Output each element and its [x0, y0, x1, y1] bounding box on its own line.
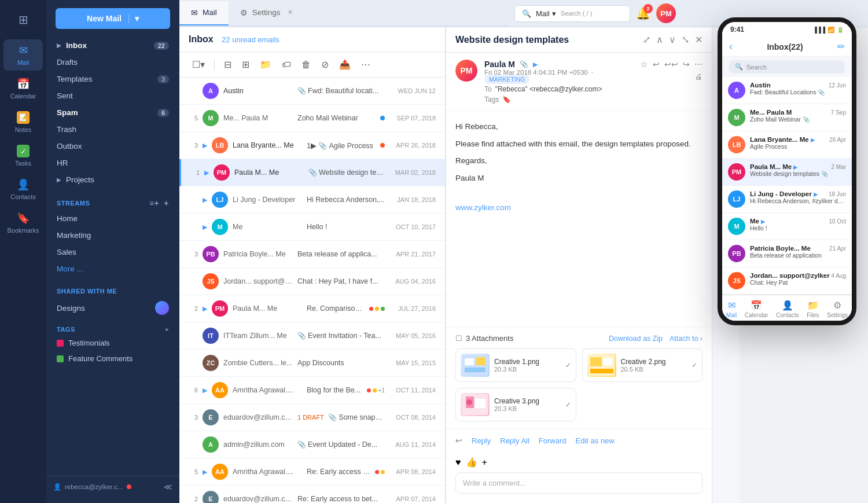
email-row[interactable]: 2 E eduardov@zillum.c... Re: Early acces… — [179, 486, 445, 503]
mobile-compose-icon[interactable]: ✏ — [837, 41, 845, 52]
attach-to-link[interactable]: Attach to › — [670, 335, 703, 343]
search-bar[interactable]: 🔍 Mail ▾ Search ( / ) — [514, 5, 630, 22]
tab-settings-close-icon[interactable]: ✕ — [288, 9, 293, 16]
checkbox-attach-icon[interactable]: ☐ — [455, 334, 462, 343]
move-icon[interactable]: 📤 — [336, 57, 354, 72]
comment-input[interactable]: Write a comment... — [455, 472, 703, 494]
reply-all-button[interactable]: Reply All — [500, 436, 529, 445]
sidebar-item-sent[interactable]: Sent — [51, 87, 175, 104]
email-row[interactable]: 6 ▶ AA Amritha Agrawal.... Blog for the … — [179, 377, 445, 404]
more-actions-icon[interactable]: ⋯ — [694, 60, 703, 69]
sidebar-item-calendar[interactable]: 📅 Calendar — [3, 73, 43, 104]
mobile-email-row[interactable]: LJ Li Jung - Developer ▶ 18 Jun Hi Rebec… — [722, 186, 852, 213]
tags-add-icon[interactable]: + — [165, 326, 169, 333]
sidebar-item-trash[interactable]: Trash — [51, 121, 175, 138]
mobile-email-row[interactable]: A Austin 12 Jun Fwd: Beautiful Locations… — [722, 77, 852, 104]
thumbsup-emoji[interactable]: 👍 — [466, 457, 477, 468]
sidebar-item-contacts[interactable]: 👤 Contacts — [3, 174, 43, 205]
email-row[interactable]: 3 E eduardov@zillum.c... 1 DRAFT 📎Some s… — [179, 404, 445, 431]
mobile-email-row[interactable]: PB Patricia Boyle... Me 21 Apr Beta rele… — [722, 240, 852, 267]
next-email-icon[interactable]: ∨ — [669, 34, 676, 45]
mobile-back-icon[interactable]: ‹ — [729, 41, 733, 53]
tag-icon[interactable]: 🏷 — [278, 57, 295, 72]
mobile-nav-calendar[interactable]: 📅 Calendar — [745, 300, 768, 318]
sidebar-item-notes[interactable]: 📝 Notes — [3, 107, 43, 138]
heart-emoji[interactable]: ♥ — [455, 457, 461, 468]
notification-bell[interactable]: 🔔 2 — [636, 6, 650, 20]
block-icon[interactable]: ⊘ — [318, 57, 332, 72]
mobile-email-row[interactable]: M Me... Paula M 7 Sep Zoho Mail Webinar … — [722, 104, 852, 131]
sidebar-item-outbox[interactable]: Outbox — [51, 138, 175, 155]
sidebar-item-projects[interactable]: ▶ Projects — [51, 171, 175, 188]
tab-settings[interactable]: ⚙ Settings ✕ — [229, 1, 304, 25]
prev-email-icon[interactable]: ∧ — [656, 34, 663, 45]
sort-icon[interactable]: ⊞ — [238, 57, 253, 72]
mobile-email-row[interactable]: JS Jordan... support@zylker 4 Aug Chat: … — [722, 267, 852, 295]
sidebar-item-hr[interactable]: HR — [51, 155, 175, 171]
email-row[interactable]: A Austin 📎Fwd: Beautiful locati... WED J… — [179, 78, 445, 105]
email-body-link[interactable]: www.zylker.com — [455, 203, 511, 212]
email-row[interactable]: ▶ M Me Hello ! OCT 10, 2017 — [179, 214, 445, 241]
sidebar-item-mail[interactable]: ✉ Mail — [3, 39, 43, 71]
sidebar-item-tasks[interactable]: ✓ Tasks — [3, 140, 43, 171]
streams-plus-icon[interactable]: + — [164, 199, 169, 208]
reply-icon[interactable]: ↩ — [653, 60, 660, 69]
download-zip-link[interactable]: Download as Zip — [609, 335, 663, 343]
checkbox-icon[interactable]: ☐▾ — [189, 57, 208, 72]
new-mail-button[interactable]: New Mail ▾ — [56, 8, 170, 29]
attachment-item[interactable]: Creative 3.png 20.3 KB ✓ — [455, 388, 576, 421]
streams-add-icon[interactable]: ≡+ — [149, 199, 159, 208]
maximize-icon[interactable]: ⤡ — [682, 34, 689, 45]
tag-item-testimonials[interactable]: Testimonials — [51, 335, 175, 351]
email-row[interactable]: 3 ▶ LB Lana Bryante... Me 1▶ 📎Agile Proc… — [179, 132, 445, 159]
sidebar-item-home[interactable]: Home — [51, 210, 175, 227]
sidebar-item-bookmarks[interactable]: 🔖 Bookmarks — [3, 207, 43, 238]
sidebar-item-drafts[interactable]: Drafts — [51, 54, 175, 71]
email-row[interactable]: ZC Zombie Cutters... le... App Discounts… — [179, 350, 445, 377]
forward-button[interactable]: Forward — [539, 436, 567, 445]
mobile-email-row[interactable]: PM Paula M... Me ▶ 2 Mar Website design … — [722, 159, 852, 186]
attachment-item[interactable]: Creative 1.png 20.3 KB ✓ — [455, 348, 576, 382]
sidebar-item-sales[interactable]: Sales — [51, 244, 175, 260]
sidebar-item-inbox[interactable]: ▶ Inbox 22 — [51, 37, 175, 54]
user-avatar[interactable]: PM — [656, 3, 676, 23]
reply-all-icon[interactable]: ↩↩ — [664, 60, 678, 69]
print-icon[interactable]: 🖨 — [695, 72, 703, 81]
email-row[interactable]: IT ITTeam Zillum... Me 📎Event Invitation… — [179, 322, 445, 350]
star-icon[interactable]: ☆ — [641, 60, 648, 69]
mobile-nav-files[interactable]: 📁 Files — [807, 300, 819, 318]
reply-button[interactable]: Reply — [472, 436, 491, 445]
email-row[interactable]: 2 ▶ PM Paula M... Me Re. Comparison ... … — [179, 295, 445, 322]
email-row[interactable]: 5 ▶ AA Amritha Agrawal.... Re: Early acc… — [179, 458, 445, 486]
add-emoji-icon[interactable]: + — [482, 457, 487, 468]
mobile-nav-contacts[interactable]: 👤 Contacts — [776, 300, 799, 318]
sidebar-item-templates[interactable]: Templates 3 — [51, 71, 175, 87]
grid-icon[interactable]: ⊞ — [13, 7, 34, 32]
email-row[interactable]: 5 M Me... Paula M Zoho Mail Webinar SEP … — [179, 105, 445, 132]
email-row[interactable]: 3 PB Patricia Boyle... Me Beta release o… — [179, 241, 445, 268]
folder-icon[interactable]: 📁 — [256, 57, 275, 72]
delete-icon[interactable]: 🗑 — [298, 57, 314, 72]
expand-icon[interactable]: ⤢ — [643, 34, 650, 45]
email-row[interactable]: 1 ▶ PM Paula M... Me 📎Website design tem… — [179, 159, 445, 186]
mobile-search-input[interactable]: 🔍 Search — [729, 60, 845, 74]
email-row[interactable]: A admin@zillum.com 📎Event Updated - De..… — [179, 431, 445, 458]
filter-icon[interactable]: ⊟ — [220, 57, 235, 72]
edit-as-new-button[interactable]: Edit as new — [576, 436, 615, 445]
tab-mail[interactable]: ✉ Mail — [179, 1, 229, 25]
email-row[interactable]: ▶ LJ Li Jung - Developer Hi Rebecca Ande… — [179, 186, 445, 214]
sidebar-item-more[interactable]: More ... — [51, 260, 175, 277]
sidebar-item-designs[interactable]: Designs — [51, 297, 175, 319]
mobile-nav-mail[interactable]: ✉ Mail — [726, 300, 737, 318]
collapse-sidebar-button[interactable]: ≪ — [164, 482, 172, 491]
sidebar-item-spam[interactable]: Spam 6 — [51, 104, 175, 121]
sidebar-item-marketing[interactable]: Marketing — [51, 227, 175, 244]
tag-item-feature-comments[interactable]: Feature Comments — [51, 351, 175, 366]
more-icon[interactable]: ⋯ — [358, 57, 374, 72]
close-icon[interactable]: ✕ — [695, 34, 703, 45]
mobile-nav-settings[interactable]: ⚙ Settings — [827, 300, 848, 318]
email-row[interactable]: JS Jordan... support@z... Chat : Hey Pat… — [179, 268, 445, 295]
mobile-email-row[interactable]: LB Lana Bryante... Me ▶ 26 Apr Agile Pro… — [722, 131, 852, 159]
attachment-item[interactable]: Creative 2.png 20.5 KB ✓ — [582, 348, 703, 382]
mobile-email-row[interactable]: M Me ▶ 10 Oct Hello ! — [722, 213, 852, 240]
